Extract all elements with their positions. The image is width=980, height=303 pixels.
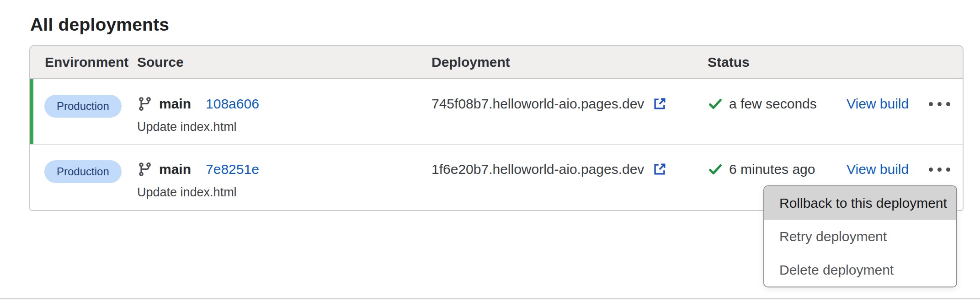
deployment-url: 1f6e20b7.helloworld-aio.pages.dev (431, 162, 644, 177)
external-link-icon[interactable] (651, 161, 668, 178)
header-status: Status (708, 54, 847, 70)
status-time: 6 minutes ago (729, 162, 815, 177)
header-source: Source (137, 54, 431, 70)
branch-name: main (159, 162, 191, 177)
check-icon (708, 96, 723, 112)
external-link-icon[interactable] (651, 96, 668, 112)
deployments-page: All deployments Environment Source Deplo… (0, 0, 980, 303)
menu-item-delete[interactable]: Delete deployment (764, 253, 956, 287)
view-build-link[interactable]: View build (847, 96, 909, 112)
ellipsis-icon[interactable] (928, 165, 951, 174)
git-branch-icon (137, 96, 153, 112)
ellipsis-icon[interactable] (928, 99, 951, 109)
status-time: a few seconds (729, 96, 817, 112)
deployment-row: Production main 108a606 Update index.htm… (30, 79, 963, 145)
git-branch-icon (137, 162, 153, 177)
view-build-link[interactable]: View build (847, 162, 909, 177)
commit-link[interactable]: 7e8251e (206, 162, 259, 177)
page-title: All deployments (30, 14, 169, 36)
menu-item-retry[interactable]: Retry deployment (764, 220, 956, 253)
header-environment: Environment (30, 54, 137, 70)
check-icon (708, 162, 723, 177)
environment-badge: Production (44, 160, 122, 183)
menu-item-rollback[interactable]: Rollback to this deployment (764, 186, 956, 220)
commit-message: Update index.html (137, 185, 431, 200)
commit-message: Update index.html (137, 119, 431, 134)
branch-name: main (159, 96, 191, 112)
deployment-context-menu: Rollback to this deployment Retry deploy… (763, 185, 957, 287)
table-header-row: Environment Source Deployment Status (30, 46, 963, 79)
environment-badge: Production (44, 95, 122, 118)
deployment-url: 745f08b7.helloworld-aio.pages.dev (431, 96, 644, 112)
commit-link[interactable]: 108a606 (206, 96, 259, 112)
page-divider (0, 298, 980, 299)
header-deployment: Deployment (431, 54, 708, 70)
